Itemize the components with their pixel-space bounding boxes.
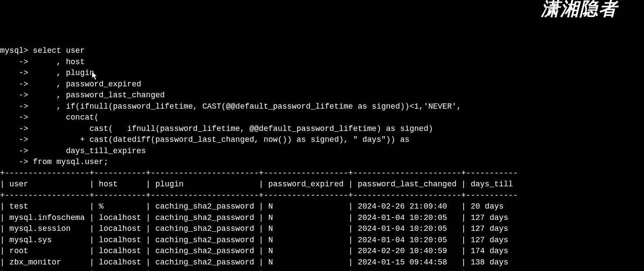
mysql-terminal[interactable]: mysql> select user -> , host -> , plugin…: [0, 45, 644, 271]
query-line-6: -> concat(: [0, 112, 644, 123]
table-row: | mysql.infoschema | localhost | caching…: [0, 213, 644, 224]
query-line-8: -> + cast(datediff(password_last_changed…: [0, 134, 644, 146]
table-separator: +------------------+-----------+--------…: [0, 168, 644, 179]
query-line-7: -> cast( ifnull(password_lifetime, @@def…: [0, 123, 644, 135]
query-line-4: -> , password_last_changed: [0, 90, 644, 101]
table-row: | mysql.session | localhost | caching_sh…: [0, 223, 644, 235]
watermark-text: 潇湘隐者: [541, 3, 618, 15]
table-row: | mysql.sys | localhost | caching_sha2_p…: [0, 235, 644, 246]
query-line-1: -> , host: [0, 57, 644, 68]
table-header: | user | host | plugin | password_expire…: [0, 179, 644, 190]
table-separator: +------------------+-----------+--------…: [0, 190, 644, 202]
table-row: | zbx_monitor | localhost | caching_sha2…: [0, 257, 644, 268]
query-line-10: -> from mysql.user;: [0, 157, 644, 168]
query-line-3: -> , password_expired: [0, 79, 644, 90]
table-row: | test | % | caching_sha2_password | N |…: [0, 201, 644, 213]
query-line-0: mysql> select user: [0, 45, 644, 57]
table-row: | root | localhost | caching_sha2_passwo…: [0, 246, 644, 257]
table-separator: +------------------+-----------+--------…: [0, 268, 644, 271]
query-line-2: -> , plugin: [0, 68, 644, 79]
query-line-9: -> days_till_expires: [0, 146, 644, 157]
query-line-5: -> , if(ifnull(password_lifetime, CAST(@…: [0, 101, 644, 113]
